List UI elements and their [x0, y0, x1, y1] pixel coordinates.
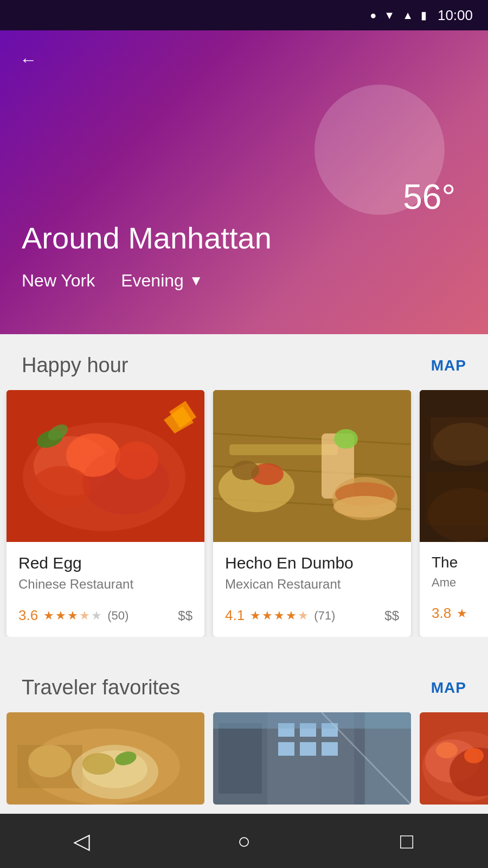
happy-hour-header: Happy hour MAP: [0, 334, 488, 390]
food-illustration-1: [7, 390, 204, 542]
star-1: ★: [250, 609, 261, 623]
svg-point-55: [436, 742, 458, 758]
traveler-header: Traveler favorites MAP: [0, 656, 488, 712]
traveler-img-2: [213, 712, 411, 805]
traveler-img-3: [420, 712, 488, 805]
svg-point-6: [31, 466, 91, 509]
card-rating-amen: 3.8: [432, 605, 451, 622]
card-body-red-egg: Red Egg Chinese Restaurant 3.6 ★ ★ ★ ★ ★…: [7, 542, 204, 637]
card-hecho-en-dumbo[interactable]: Hecho En Dumbo Mexican Restaurant 4.1 ★ …: [213, 390, 411, 637]
star-4: ★: [286, 609, 297, 623]
card-rating-red-egg: 3.6: [18, 607, 38, 624]
svg-rect-49: [213, 712, 411, 729]
hero-city: New York: [22, 271, 95, 291]
home-nav-button[interactable]: ○: [222, 819, 266, 863]
traveler-card-1[interactable]: [7, 712, 204, 805]
svg-rect-45: [278, 742, 294, 756]
star-4: ★: [79, 609, 90, 623]
back-button[interactable]: ←: [20, 50, 37, 70]
svg-point-36: [82, 753, 115, 775]
svg-point-56: [464, 748, 484, 763]
card-footer-red-egg: 3.6 ★ ★ ★ ★ ★ (50) $$: [18, 607, 192, 624]
card-image-red-egg: [7, 390, 204, 542]
happy-hour-cards: Red Egg Chinese Restaurant 3.6 ★ ★ ★ ★ ★…: [0, 390, 488, 637]
hero-time-label: Evening: [121, 271, 184, 291]
navigation-bar: ◁ ○ □: [0, 814, 488, 868]
card-body-amen: The Ame 3.8 ★: [420, 542, 488, 635]
hero-temperature: 56°: [403, 177, 455, 217]
card-name-red-egg: Red Egg: [18, 554, 192, 572]
signal-icon: ▲: [402, 9, 413, 22]
card-red-egg[interactable]: Red Egg Chinese Restaurant 3.6 ★ ★ ★ ★ ★…: [7, 390, 204, 637]
svg-point-18: [334, 429, 358, 449]
card-type-red-egg: Chinese Restaurant: [18, 577, 192, 592]
card-image-hecho: [213, 390, 411, 542]
dropdown-icon: ▼: [189, 272, 203, 289]
content-area: Happy hour MAP: [0, 334, 488, 805]
traveler-img-1: [7, 712, 204, 805]
battery-icon: ▮: [421, 9, 427, 22]
status-time: 10:00: [438, 7, 473, 24]
svg-rect-47: [322, 742, 338, 756]
card-type-amen: Ame: [432, 576, 488, 590]
traveler-map-link[interactable]: MAP: [431, 679, 466, 697]
star-2: ★: [55, 609, 66, 623]
hero-time-filter[interactable]: Evening ▼: [121, 271, 203, 291]
card-price-red-egg: $$: [178, 608, 192, 623]
traveler-title: Traveler favorites: [22, 676, 180, 699]
card-stars-amen: ★: [457, 607, 467, 621]
card-reviews-red-egg: (50): [107, 609, 129, 623]
card-stars-hecho: ★ ★ ★ ★ ★: [250, 609, 309, 623]
card-reviews-hecho: (71): [314, 609, 335, 623]
card-footer-hecho: 4.1 ★ ★ ★ ★ ★ (71) $$: [225, 607, 399, 624]
star-2: ★: [262, 609, 273, 623]
back-nav-icon: ◁: [73, 828, 90, 853]
recent-nav-button[interactable]: □: [385, 819, 428, 863]
card-rating-hecho: 4.1: [225, 607, 245, 624]
traveler-card-2[interactable]: [213, 712, 411, 805]
card-image-amen: [420, 390, 488, 542]
traveler-cards-row: [0, 712, 488, 805]
svg-point-23: [333, 496, 396, 518]
traveler-section: Traveler favorites MAP: [0, 656, 488, 805]
card-body-hecho: Hecho En Dumbo Mexican Restaurant 4.1 ★ …: [213, 542, 411, 637]
food-illustration-2: [213, 390, 411, 542]
home-nav-icon: ○: [237, 829, 251, 853]
wifi-icon: ▼: [384, 9, 395, 22]
card-the-amen[interactable]: The Ame 3.8 ★: [420, 390, 488, 637]
star-3: ★: [274, 609, 285, 623]
svg-rect-40: [219, 723, 262, 794]
star-1: ★: [43, 609, 54, 623]
svg-point-5: [115, 442, 158, 480]
svg-point-20: [232, 461, 259, 480]
happy-hour-title: Happy hour: [22, 354, 128, 377]
card-type-hecho: Mexican Restaurant: [225, 577, 399, 592]
status-bar: ● ▼ ▲ ▮ 10:00: [0, 0, 488, 30]
hero-meta: New York Evening ▼: [22, 271, 466, 291]
recent-nav-icon: □: [400, 829, 413, 853]
traveler-card-3[interactable]: [420, 712, 488, 805]
card-footer-amen: 3.8 ★: [432, 605, 488, 622]
star-3: ★: [67, 609, 78, 623]
card-price-hecho: $$: [384, 608, 399, 623]
hero-section: ← 56° Around Manhattan New York Evening …: [0, 30, 488, 334]
card-name-hecho: Hecho En Dumbo: [225, 554, 399, 572]
svg-rect-46: [300, 742, 316, 756]
back-nav-button[interactable]: ◁: [60, 819, 103, 863]
card-stars-red-egg: ★ ★ ★ ★ ★: [43, 609, 102, 623]
star-5: ★: [91, 609, 102, 623]
star-5: ★: [298, 609, 309, 623]
hero-content: 56° Around Manhattan New York Evening ▼: [22, 220, 466, 291]
hero-title: Around Manhattan: [22, 220, 466, 256]
svg-point-33: [28, 745, 72, 777]
happy-hour-map-link[interactable]: MAP: [431, 357, 466, 374]
star-1: ★: [457, 607, 467, 621]
location-icon: ●: [370, 9, 376, 22]
food-illustration-3: [420, 390, 488, 542]
card-name-amen: The: [432, 554, 488, 571]
